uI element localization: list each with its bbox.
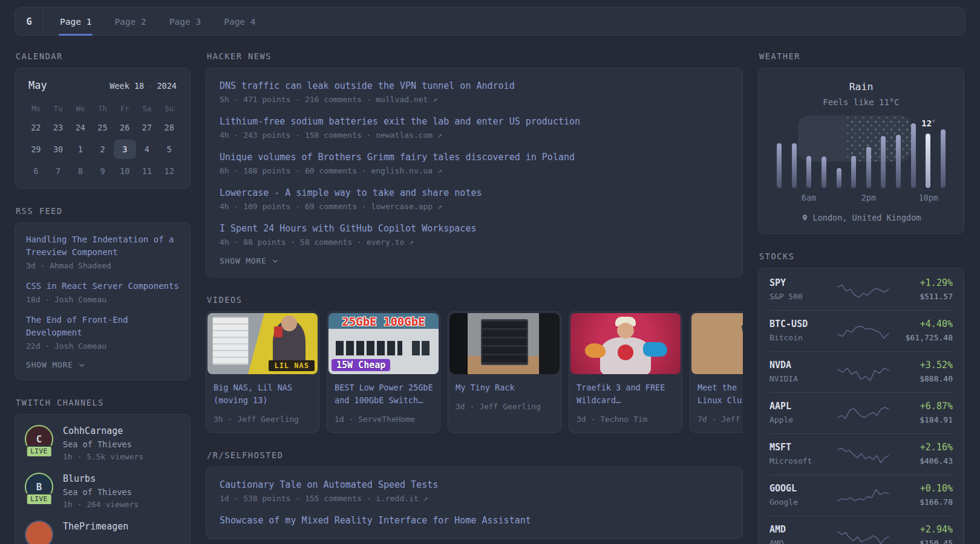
video-info: Meet theLinux Clus7d · Jeff Ge (690, 375, 743, 432)
stock-row-amd[interactable]: AMDAMD+2.94%$150.45 (769, 516, 953, 544)
weather-bar (822, 157, 826, 188)
stock-id: AAPLApple (769, 401, 834, 424)
twitch-card: CLIVECohhCarnageSea of Thieves1h · 5.5k … (15, 414, 191, 544)
hackernews-item-title[interactable]: Unique volumes of Brothers Grimm fairy t… (220, 151, 729, 164)
calendar-days: 222324252627282930123456789101112 (25, 118, 180, 181)
stock-company-name: AMD (769, 539, 834, 544)
stock-row-btc-usd[interactable]: BTC-USDBitcoin+4.40%$61,725.48 (769, 310, 953, 351)
video-card[interactable]: My Tiny Rack3d · Jeff Geerling (448, 311, 561, 433)
video-info: Traefik 3 and FREEWildcard…3d · Techno T… (569, 375, 682, 432)
page-tabs: Page 1Page 2Page 3Page 4 (48, 8, 267, 35)
thumbnail-top-text: 25GbE 100GbE (328, 315, 439, 328)
calendar-header: CALENDAR (16, 51, 191, 61)
weather-bar (881, 136, 886, 188)
stock-change: +6.87% (892, 401, 953, 412)
stock-row-googl[interactable]: GOOGLGoogle+0.10%$166.78 (769, 474, 953, 516)
video-card[interactable]: LIL NASBig NAS, Lil NAS(moving 13)3h · J… (206, 311, 319, 433)
app-logo[interactable]: G (15, 8, 44, 35)
video-thumbnail (570, 313, 681, 374)
stock-row-nvda[interactable]: NVDANVIDIA+3.52%$888.40 (769, 351, 953, 392)
rss-header: RSS FEED (16, 206, 191, 216)
twitch-channel-blurbs[interactable]: BLIVEBlurbsSea of Thieves1h · 264 viewer… (25, 473, 180, 509)
video-card[interactable]: FASMeet theLinux Clus7d · Jeff Ge (690, 311, 743, 433)
stock-row-aapl[interactable]: AAPLApple+6.87%$184.91 (769, 392, 953, 433)
twitch-channel-cohhcarnage[interactable]: CLIVECohhCarnageSea of Thieves1h · 5.5k … (25, 425, 180, 461)
hackernews-show-more-label: SHOW MORE (220, 256, 267, 265)
nav-tab-page-3[interactable]: Page 3 (158, 8, 212, 35)
weather-bar-slot (896, 121, 901, 188)
video-title: BEST Low Power 25GbE (335, 381, 433, 394)
video-card[interactable]: Traefik 3 and FREEWildcard…3d · Techno T… (569, 311, 682, 433)
nav-tab-page-4[interactable]: Page 4 (212, 8, 267, 35)
rack-side-graphic (449, 313, 468, 374)
live-badge: LIVE (25, 493, 53, 505)
stock-symbol: BTC-USD (769, 319, 834, 329)
reddit-item-title[interactable]: Showcase of my Mixed Reality Interface f… (220, 514, 729, 527)
rss-item-title[interactable]: Handling The Indentation of a Treeview C… (26, 233, 179, 259)
weather-time-label: 2pm (861, 193, 876, 202)
left-column: CALENDAR May Week 18·2024 MoTuWeThFrSaSu… (15, 51, 191, 544)
stock-price: $888.40 (892, 374, 953, 383)
reddit-card: Cautionary Tale on Automated Speed Tests… (206, 467, 743, 539)
calendar-month: May (28, 79, 47, 91)
weather-bar-slot (866, 121, 871, 188)
videos-widget: VIDEOS LIL NASBig NAS, Lil NAS(moving 13… (206, 295, 743, 433)
video-thumbnail: FAS (691, 313, 743, 374)
weather-card: Rain Feels like 11°C 12° 6am2pm10pm Lond… (758, 68, 964, 234)
reddit-item-meta: 1d · 538 points · 155 comments · i.redd.… (220, 494, 729, 503)
video-info: Big NAS, Lil NAS(moving 13)3h · Jeff Gee… (206, 375, 319, 432)
weather-bar-slot (837, 121, 841, 188)
video-meta: 3h · Jeff Geerling (214, 415, 312, 424)
hackernews-item: Lithium-free sodium batteries exit the l… (220, 115, 729, 140)
person-head-graphic (617, 323, 634, 338)
reddit-header: /R/SELFHOSTED (207, 450, 743, 460)
weather-bar (896, 135, 901, 188)
stock-sparkline (834, 320, 892, 341)
hackernews-item-title[interactable]: Lowercase - A simple way to take and sha… (220, 187, 729, 199)
calendar-day: 5 (158, 140, 180, 159)
hackernews-item-title[interactable]: Lithium-free sodium batteries exit the l… (220, 115, 729, 128)
hackernews-item-title[interactable]: I Spent 24 Hours with GitHub Copilot Wor… (220, 222, 729, 235)
weather-feels-like: Feels like 11°C (768, 97, 954, 107)
stock-change: +2.94% (892, 524, 953, 535)
rss-widget: RSS FEED Handling The Indentation of a T… (15, 206, 191, 380)
rss-card: Handling The Indentation of a Treeview C… (15, 222, 191, 380)
rss-item-title[interactable]: CSS in React Server Components (26, 280, 179, 293)
videos-header: VIDEOS (207, 295, 743, 305)
calendar-day: 27 (136, 118, 158, 137)
mini-rack-graphic (481, 319, 528, 365)
channel-info: ThePrimeagen (63, 520, 128, 544)
hackernews-show-more-button[interactable]: SHOW MORE (220, 256, 729, 265)
stock-change: +2.16% (892, 442, 953, 453)
hackernews-item-title[interactable]: DNS traffic can leak outside the VPN tun… (220, 80, 729, 92)
video-card[interactable]: 25GbE 100GbE15W CheapBEST Low Power 25Gb… (327, 311, 440, 433)
stock-sparkline (834, 526, 892, 544)
stock-id: BTC-USDBitcoin (769, 319, 834, 342)
calendar-weekday: We (69, 102, 91, 115)
stock-symbol: GOOGL (769, 483, 834, 494)
video-meta: 3d · Jeff Geerling (456, 402, 554, 411)
rss-item-title[interactable]: The End of Front-End Development (26, 314, 179, 339)
weather-bar (806, 156, 811, 188)
stock-row-msft[interactable]: MSFTMicrosoft+2.16%$406.43 (769, 433, 953, 474)
location-pin-icon (802, 213, 808, 222)
rss-show-more-button[interactable]: SHOW MORE (26, 360, 179, 369)
video-thumbnail (449, 313, 560, 374)
stock-id: AMDAMD (769, 524, 834, 544)
person-head-graphic (281, 316, 297, 331)
stock-values: +3.52%$888.40 (892, 360, 953, 383)
reddit-item-title[interactable]: Cautionary Tale on Automated Speed Tests (220, 479, 729, 491)
stock-symbol: AAPL (769, 401, 834, 412)
stock-company-name: NVIDIA (769, 374, 834, 383)
stock-row-spy[interactable]: SPYS&P 500+1.29%$511.57 (769, 270, 953, 310)
video-meta: 7d · Jeff Ge (697, 415, 743, 424)
stock-symbol: NVDA (769, 360, 834, 371)
twitch-channel-theprimeagen[interactable]: ThePrimeagen (25, 520, 180, 544)
stock-change: +3.52% (892, 360, 953, 371)
thumbnail-banner-text: LIL NAS (269, 360, 315, 371)
chevron-down-icon (272, 257, 279, 265)
nav-tab-page-1[interactable]: Page 1 (48, 8, 103, 35)
channel-name: Blurbs (63, 473, 139, 484)
nav-tab-page-2[interactable]: Page 2 (103, 8, 157, 35)
calendar-day: 4 (136, 140, 158, 159)
